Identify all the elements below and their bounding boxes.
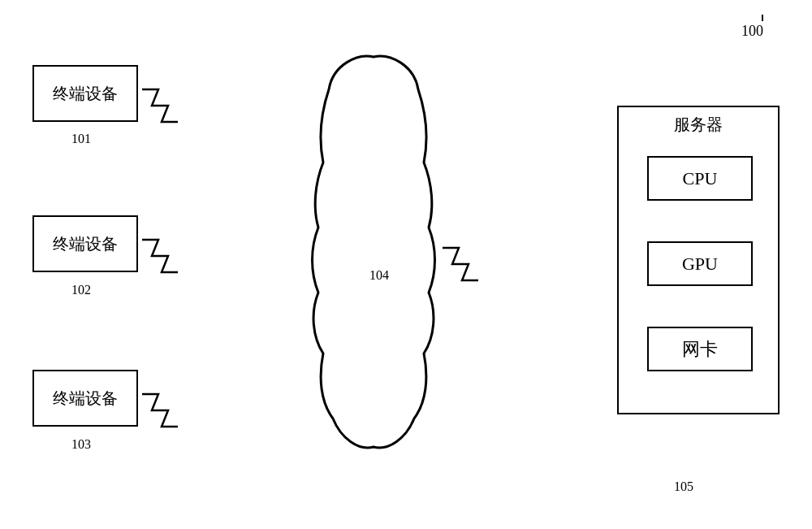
server-id: 105 <box>674 479 693 494</box>
terminal-label-1: 终端设备 <box>53 83 118 105</box>
lightning-2 <box>142 232 223 280</box>
lightning-right <box>443 240 524 288</box>
terminal-box-3: 终端设备 <box>32 370 138 427</box>
server-box: CPU GPU 网卡 <box>617 106 780 414</box>
lightning-3 <box>142 386 223 435</box>
server-component-gpu: GPU <box>647 241 753 286</box>
cpu-label: CPU <box>683 168 718 189</box>
server-component-nic: 网卡 <box>647 327 753 371</box>
diagram: 100 终端设备 101 终端设备 102 终端设备 103 104 CPU <box>0 0 812 529</box>
gpu-label: GPU <box>682 254 718 275</box>
terminal-label-3: 终端设备 <box>53 388 118 410</box>
terminal-box-1: 终端设备 <box>32 65 138 122</box>
terminal-box-2: 终端设备 <box>32 215 138 272</box>
lightning-1 <box>142 81 223 130</box>
network-shape <box>309 49 438 455</box>
nic-label: 网卡 <box>682 337 718 362</box>
server-component-cpu: CPU <box>647 156 753 201</box>
server-title: 服务器 <box>674 114 723 136</box>
terminal-label-2: 终端设备 <box>53 233 118 255</box>
terminal-id-2: 102 <box>71 283 91 297</box>
network-id: 104 <box>369 268 389 283</box>
terminal-id-1: 101 <box>71 132 91 146</box>
ref-number-100: 100 <box>741 15 763 40</box>
terminal-id-3: 103 <box>71 437 91 452</box>
